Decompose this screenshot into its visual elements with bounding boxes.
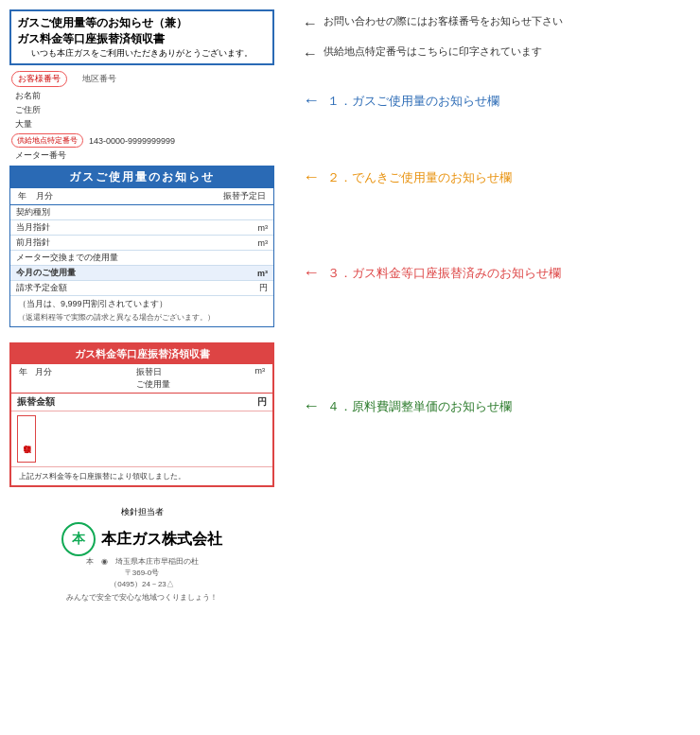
request-amount-row: 請求予定金額 円 [10,281,273,296]
table-row: 契約種別 [10,205,273,220]
main-title: ガスご使用量等のお知らせ（兼） ガス料金等口座振替済領収書 [17,15,267,47]
customer-annotation: ← お問い合わせの際にはお客様番号をお知らせ下さい [303,13,691,32]
customer-note-text: お問い合わせの際にはお客様番号をお知らせ下さい [324,13,563,29]
receipt-box: ガス料金等口座振替済領収書 年 月分 振替日 ご使用量 m³ 振替金額 [9,342,274,487]
section-2-label: ２．でんきご使用量のお知らせ欄 [327,169,512,186]
document-panel: ガスご使用量等のお知らせ（兼） ガス料金等口座振替済領収書 いつも本庄ガスをご利… [9,9,284,726]
section-4-annotation: ← ４．原料費調整単価のお知らせ欄 [303,396,691,416]
section-4-label: ４．原料費調整単価のお知らせ欄 [327,398,512,415]
gas-usage-table: 契約種別 当月指針 m³ 前月指針 m³ メーター交換までの使用量 [10,205,273,296]
supply-number: 143-0000-9999999999 [89,136,175,146]
receipt-amount-row: 振替金額 円 [11,394,272,411]
receipt-bottom-text: 上記ガス料金等を口座振替により領収しました。 [11,466,272,485]
arrow-left-icon: ← [303,91,320,111]
section-1-label: １．ガスご使用量のお知らせ欄 [327,93,499,110]
stamp-badge: 領収金額印字 [17,415,36,463]
customer-number-row: お客様番号 地区番号 [11,71,272,87]
caution-note: （返還料程等で実際の請求と異なる場合がございます。） [10,312,273,326]
section-3-annotation: ← ３．ガス料金等口座振替済みのお知らせ欄 [303,263,691,283]
gas-usage-box: ガスご使用量のお知らせ 年 月分 振替予定日 契約種別 当月指針 [9,166,274,327]
customer-fields: お名前 ご住所 大量 [11,89,272,132]
top-annotations: ← お問い合わせの際にはお客様番号をお知らせ下さい ← 供給地点特定番号はこちら… [303,13,691,62]
supply-note-text: 供給地点特定番号はこちらに印字されています [324,44,542,60]
gas-usage-subheader: 年 月分 振替予定日 [10,188,273,205]
arrow-icon: ← [303,15,318,32]
main-subtitle: いつも本庄ガスをご利用いただきありがとうございます。 [17,47,267,60]
annotations-panel: ← お問い合わせの際にはお客様番号をお知らせ下さい ← 供給地点特定番号はこちら… [284,9,691,726]
company-symbol: 本 [61,522,96,556]
address-num-label: 地区番号 [82,73,116,85]
supply-point-row: 供給地点特定番号 143-0000-9999999999 [11,133,272,148]
receipt-header: ガス料金等口座振替済領収書 [11,344,272,364]
company-slogan: みんなで安全で安心な地域つくりましょう！ [9,592,274,603]
inspector-label: 検針担当者 [9,506,274,518]
document-header: ガスご使用量等のお知らせ（兼） ガス料金等口座振替済領収書 いつも本庄ガスをご利… [9,9,274,65]
gas-usage-header: ガスご使用量のお知らせ [10,166,273,188]
company-logo-area: 本 本庄ガス株式会社 [9,522,274,556]
table-row: 当月指針 m³ [10,220,273,236]
section-1-annotation: ← １．ガスご使用量のお知らせ欄 [303,91,691,111]
arrow-left-orange-icon: ← [303,167,320,187]
arrow-left-green-icon: ← [303,396,320,416]
company-address: 本 ◉ 埼玉県本庄市早稲田の杜 〒369-0号 （0495）24－23△ [9,556,274,590]
customer-info-area: お客様番号 地区番号 お名前 ご住所 大量 供給地点特定番号 143-0000-… [9,71,274,163]
arrow-left-red-icon: ← [303,263,320,283]
discount-note: （当月は、9,999円割引されています） [10,296,273,312]
receipt-table: 振替金額 円 [11,394,272,411]
receipt-subheader: 年 月分 振替日 ご使用量 m³ [11,364,272,394]
customer-number-badge: お客様番号 [11,71,67,87]
section-2-annotation: ← ２．でんきご使用量のお知らせ欄 [303,167,691,187]
receipt-stamp-area: 領収金額印字 [11,411,272,466]
today-usage-row: 今月のご使用量 m³ [10,266,273,281]
arrow-icon: ← [303,45,318,62]
meter-label: メーター番号 [11,149,272,162]
table-row: 前月指針 m³ [10,236,273,251]
supply-annotation: ← 供給地点特定番号はこちらに印字されています [303,44,691,62]
company-name: 本庄ガス株式会社 [101,530,222,550]
supply-badge: 供給地点特定番号 [11,133,83,148]
table-row: メーター交換までの使用量 [10,251,273,266]
document-footer: 検針担当者 本 本庄ガス株式会社 本 ◉ 埼玉県本庄市早稲田の杜 〒369-0号… [9,506,274,603]
section-3-label: ３．ガス料金等口座振替済みのお知らせ欄 [327,265,561,282]
